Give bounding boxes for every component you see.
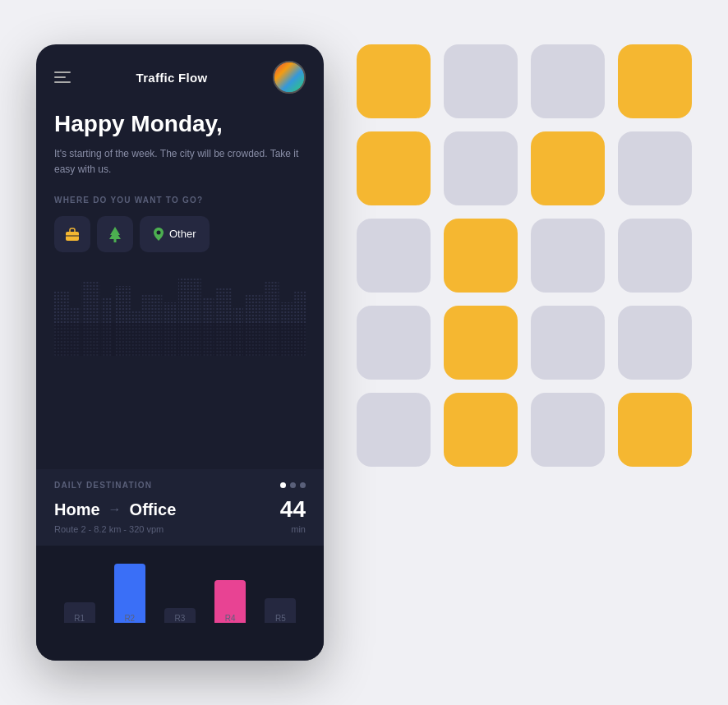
bar-r4-label: R4 bbox=[225, 614, 236, 623]
arrow-icon: → bbox=[108, 502, 122, 517]
location-pin-icon bbox=[153, 227, 164, 242]
park-dest-button[interactable] bbox=[97, 216, 133, 252]
svg-rect-4 bbox=[114, 239, 117, 242]
grid-cell-3-1[interactable] bbox=[444, 306, 518, 380]
grid-cell-0-1[interactable] bbox=[444, 44, 518, 118]
bar-r3: R3 bbox=[154, 557, 205, 623]
app-title: Traffic Flow bbox=[136, 71, 208, 85]
bar-r1: R1 bbox=[54, 557, 104, 623]
grid-cell-3-2[interactable] bbox=[531, 306, 605, 380]
grid-cell-1-3[interactable] bbox=[618, 131, 692, 205]
grid-panel bbox=[357, 44, 692, 467]
grid-cell-2-1[interactable] bbox=[444, 219, 518, 293]
grid-cell-4-3[interactable] bbox=[618, 393, 692, 467]
route-from: Home bbox=[54, 500, 100, 519]
greeting-text: Happy Monday, bbox=[54, 110, 306, 138]
chart-section: R1 R2 R3 R4 bbox=[36, 546, 324, 661]
tree-icon bbox=[106, 225, 124, 243]
grid-cell-1-2[interactable] bbox=[531, 131, 605, 205]
grid-row-0 bbox=[357, 44, 692, 118]
bar-r5-label: R5 bbox=[275, 614, 286, 623]
other-dest-button[interactable]: Other bbox=[140, 216, 210, 252]
route-to: Office bbox=[130, 500, 177, 519]
where-label: WHERE DO YOU WANT TO GO? bbox=[54, 196, 306, 205]
grid-cell-4-2[interactable] bbox=[531, 393, 605, 467]
grid-cell-2-0[interactable] bbox=[357, 219, 431, 293]
grid-cell-0-0[interactable] bbox=[357, 44, 431, 118]
route-info: Home → Office 44 bbox=[54, 498, 306, 521]
other-dest-label: Other bbox=[169, 228, 196, 240]
work-dest-button[interactable] bbox=[54, 216, 90, 252]
bar-r2-label: R2 bbox=[124, 614, 135, 623]
avatar-image bbox=[274, 62, 304, 92]
dot-3 bbox=[300, 482, 306, 488]
city-skyline bbox=[54, 265, 306, 356]
grid-cell-4-0[interactable] bbox=[357, 393, 431, 467]
grid-cell-0-2[interactable] bbox=[531, 44, 605, 118]
route-detail: Route 2 - 8.2 km - 320 vpm bbox=[54, 524, 164, 534]
grid-row-3 bbox=[357, 306, 692, 380]
skyline-svg bbox=[54, 265, 306, 356]
dot-2 bbox=[290, 482, 296, 488]
grid-cell-2-3[interactable] bbox=[618, 219, 692, 293]
route-left: Home → Office bbox=[54, 500, 176, 519]
grid-row-4 bbox=[357, 393, 692, 467]
menu-button[interactable] bbox=[54, 71, 71, 83]
avatar[interactable] bbox=[273, 61, 306, 94]
dot-1 bbox=[280, 482, 286, 488]
destination-buttons: Other bbox=[54, 216, 306, 252]
grid-row-1 bbox=[357, 131, 692, 205]
time-display: 44 bbox=[280, 498, 306, 521]
grid-cell-1-0[interactable] bbox=[357, 131, 431, 205]
svg-rect-23 bbox=[54, 323, 306, 356]
daily-dest-title: DAILY DESTINATION bbox=[54, 481, 152, 490]
grid-cell-2-2[interactable] bbox=[531, 219, 605, 293]
grid-cell-3-3[interactable] bbox=[618, 306, 692, 380]
time-number: 44 bbox=[280, 498, 306, 521]
bar-r3-label: R3 bbox=[175, 614, 186, 623]
briefcase-icon bbox=[63, 227, 81, 242]
grid-cell-0-3[interactable] bbox=[618, 44, 692, 118]
grid-cell-1-1[interactable] bbox=[444, 131, 518, 205]
svg-point-5 bbox=[157, 230, 161, 234]
bar-r2: R2 bbox=[104, 557, 154, 623]
daily-dest-header: DAILY DESTINATION bbox=[54, 481, 306, 490]
outer-container: Traffic Flow Happy Monday, It's starting… bbox=[12, 20, 716, 685]
phone-card: Traffic Flow Happy Monday, It's starting… bbox=[36, 44, 324, 661]
daily-destination-section: DAILY DESTINATION Home → Office 44 Ro bbox=[36, 469, 324, 546]
phone-header: Traffic Flow bbox=[36, 44, 324, 102]
time-unit: min bbox=[291, 524, 306, 534]
chart-bars: R1 R2 R3 R4 bbox=[54, 557, 306, 639]
grid-cell-4-1[interactable] bbox=[444, 393, 518, 467]
sub-text: It's starting of the week. The city will… bbox=[54, 146, 306, 177]
carousel-dots bbox=[280, 482, 306, 488]
bar-r1-label: R1 bbox=[74, 614, 85, 623]
grid-row-2 bbox=[357, 219, 692, 293]
phone-content: Happy Monday, It's starting of the week.… bbox=[36, 102, 324, 469]
bar-r5: R5 bbox=[256, 557, 306, 623]
bar-r4: R4 bbox=[205, 557, 256, 623]
grid-cell-3-0[interactable] bbox=[357, 306, 431, 380]
